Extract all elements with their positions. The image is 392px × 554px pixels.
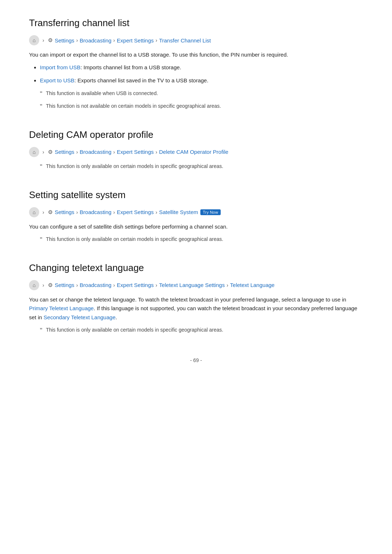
note-list-satellite: " This function is only available on cer… (29, 235, 363, 245)
bullet-list-transferring: Import from USB: Imports channel list fr… (40, 63, 363, 85)
breadcrumb-transferring: ⌂ › ⚙ Settings › Broadcasting › Expert S… (29, 35, 363, 45)
breadcrumb-settings-3[interactable]: Settings (55, 282, 74, 288)
breadcrumb-broadcasting-3[interactable]: Broadcasting (80, 282, 112, 288)
list-item-import: Import from USB: Imports channel list fr… (40, 63, 363, 72)
home-icon-2: ⌂ (29, 147, 39, 157)
section-teletext-language: Changing teletext language ⌂ › ⚙ Setting… (29, 262, 363, 336)
breadcrumb-sep-t4: › (226, 282, 228, 288)
body-text-satellite: You can configure a set of satellite dis… (29, 222, 363, 231)
note-list-teletext: " This function is only available on cer… (29, 326, 363, 336)
breadcrumb-sep-0: › (42, 37, 44, 43)
import-text: : Imports channel list from a USB storag… (81, 64, 181, 70)
home-icon-3: ⌂ (29, 207, 39, 217)
breadcrumb-sep-2: › (113, 37, 115, 43)
breadcrumb-expert-3[interactable]: Expert Settings (117, 282, 154, 288)
breadcrumb-sep-1: › (76, 37, 78, 43)
note-item-0: " This function is available when USB is… (29, 89, 363, 99)
note-text-teletext-0: This function is only available on certa… (46, 326, 223, 334)
breadcrumb-expert-0[interactable]: Expert Settings (117, 37, 154, 44)
breadcrumb-sep-c3: › (156, 149, 158, 155)
home-icon: ⌂ (29, 35, 39, 45)
breadcrumb-sep-c1: › (76, 149, 78, 155)
note-mark-cam-0: " (40, 162, 42, 172)
section-title-deleting-cam: Deleting CAM operator profile (29, 129, 363, 140)
body-text-transferring: You can import or export the channel lis… (29, 50, 363, 59)
settings-icon: ⚙ (47, 37, 54, 44)
note-item-1: " This function is not available on cert… (29, 102, 363, 112)
breadcrumb-satellite: ⌂ › ⚙ Settings › Broadcasting › Expert S… (29, 207, 363, 217)
section-title-transferring: Transferring channel list (29, 17, 363, 29)
export-to-usb-link[interactable]: Export to USB (40, 77, 74, 83)
section-deleting-cam: Deleting CAM operator profile ⌂ › ⚙ Sett… (29, 129, 363, 172)
breadcrumb-sep-s0: › (42, 209, 44, 215)
note-mark-0: " (40, 89, 42, 99)
note-text-sat-0: This function is only available on certa… (46, 235, 223, 243)
breadcrumb-sep-t1: › (76, 282, 78, 288)
note-mark-1: " (40, 102, 42, 112)
note-item-sat-0: " This function is only available on cer… (29, 235, 363, 245)
section-transferring-channel-list: Transferring channel list ⌂ › ⚙ Settings… (29, 17, 363, 112)
breadcrumb-sep-t2: › (113, 282, 115, 288)
breadcrumb-broadcasting-1[interactable]: Broadcasting (80, 149, 112, 155)
primary-teletext-language-link[interactable]: Primary Teletext Language (29, 305, 94, 311)
breadcrumb-expert-2[interactable]: Expert Settings (117, 209, 154, 215)
import-from-usb-link[interactable]: Import from USB (40, 64, 81, 70)
breadcrumb-delete-cam[interactable]: Delete CAM Operator Profile (159, 149, 228, 155)
section-satellite-system: Setting satellite system ⌂ › ⚙ Settings … (29, 189, 363, 245)
breadcrumb-settings-0[interactable]: Settings (55, 37, 74, 44)
breadcrumb-teletext-lang[interactable]: Teletext Language (230, 282, 275, 288)
page-number: - 69 - (190, 357, 202, 363)
body-text-teletext: You can set or change the teletext langu… (29, 295, 363, 322)
note-list-cam: " This function is only available on cer… (29, 162, 363, 172)
note-text-1: This function is not available on certai… (46, 102, 221, 110)
breadcrumb-sep-3: › (156, 37, 158, 43)
breadcrumb-sep-s1: › (76, 209, 78, 215)
home-icon-4: ⌂ (29, 280, 39, 290)
breadcrumb-sep-t3: › (156, 282, 158, 288)
section-title-teletext: Changing teletext language (29, 262, 363, 274)
breadcrumb-teletext-lang-settings[interactable]: Teletext Language Settings (159, 282, 225, 288)
try-now-badge-satellite[interactable]: Try Now (200, 209, 221, 215)
breadcrumb-sep-t0: › (42, 282, 44, 288)
breadcrumb-sep-s2: › (113, 209, 115, 215)
note-mark-teletext-0: " (40, 326, 42, 336)
note-item-teletext-0: " This function is only available on cer… (29, 326, 363, 336)
breadcrumb-transfer-channel[interactable]: Transfer Channel List (159, 37, 211, 44)
settings-icon-4: ⚙ (47, 282, 54, 289)
secondary-teletext-language-link[interactable]: Secondary Teletext Language (44, 314, 115, 320)
breadcrumb-broadcasting-2[interactable]: Broadcasting (80, 209, 112, 215)
note-mark-sat-0: " (40, 235, 42, 245)
breadcrumb-settings-2[interactable]: Settings (55, 209, 74, 215)
breadcrumb-deleting-cam: ⌂ › ⚙ Settings › Broadcasting › Expert S… (29, 147, 363, 157)
note-text-0: This function is available when USB is c… (46, 89, 158, 97)
breadcrumb-broadcasting-0[interactable]: Broadcasting (80, 37, 112, 44)
breadcrumb-teletext: ⌂ › ⚙ Settings › Broadcasting › Expert S… (29, 280, 363, 290)
settings-icon-2: ⚙ (47, 148, 54, 156)
breadcrumb-sep-c2: › (113, 149, 115, 155)
breadcrumb-expert-1[interactable]: Expert Settings (117, 149, 154, 155)
breadcrumb-sep-c0: › (42, 149, 44, 155)
section-title-satellite: Setting satellite system (29, 189, 363, 201)
note-text-cam-0: This function is only available on certa… (46, 162, 223, 170)
breadcrumb-settings-1[interactable]: Settings (55, 149, 74, 155)
breadcrumb-satellite-system[interactable]: Satellite System (159, 209, 198, 215)
settings-icon-3: ⚙ (47, 209, 54, 216)
list-item-export: Export to USB: Exports channel list save… (40, 76, 363, 85)
note-item-cam-0: " This function is only available on cer… (29, 162, 363, 172)
export-text: : Exports channel list saved in the TV t… (74, 77, 208, 83)
page-footer: - 69 - (29, 357, 363, 363)
note-list-transferring: " This function is available when USB is… (29, 89, 363, 112)
breadcrumb-sep-s3: › (156, 209, 158, 215)
